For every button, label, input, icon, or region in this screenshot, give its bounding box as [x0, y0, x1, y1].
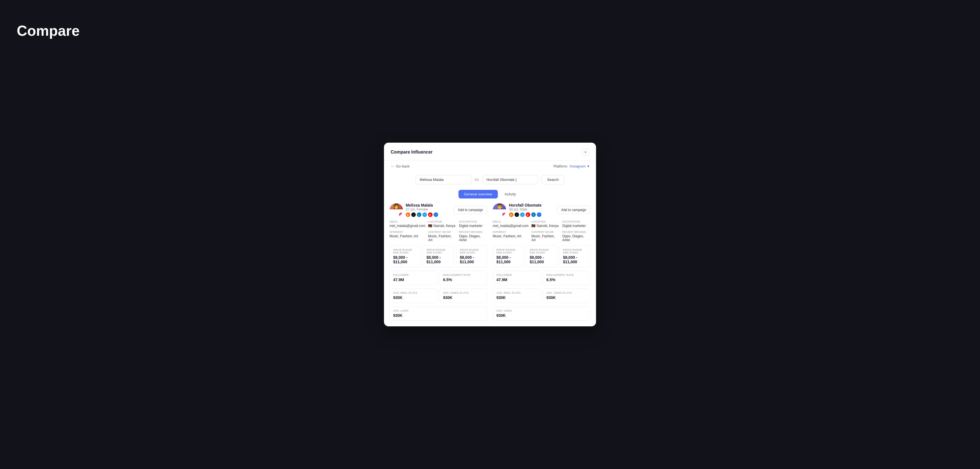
search-button[interactable]: Search: [541, 175, 565, 184]
influencer2-header: 👨 ◯ Horsfall Obomate 30 yrs, Male ▶: [493, 203, 590, 217]
youtube-icon-1[interactable]: ▶: [428, 212, 433, 217]
influencer2-input[interactable]: [482, 175, 538, 184]
influencer2-price-label-1: PRICE RANGE PER STORY: [496, 249, 520, 254]
influencer2-follower-card: FOLLOWER 47.9M: [493, 271, 541, 285]
modal-title: Compare Influencer: [391, 150, 433, 155]
influencer1-info: 👩 ◯ Melissa Malala 27 yrs, Female ▶: [390, 203, 438, 217]
influencer2-price-value-1: $8,000 - $11,000: [496, 255, 520, 264]
influencer2-content-niche-value: Music, Fashion, Art: [531, 234, 560, 242]
tab-activity[interactable]: Activity: [499, 190, 522, 198]
platform-value[interactable]: Instagram: [570, 164, 586, 168]
tab-general-overview[interactable]: General overview: [458, 190, 498, 198]
influencer1-video-card: AVG. VIDEO PLAYS 930K: [439, 289, 487, 303]
influencer2-interest-value: Music, Fashion, Art: [493, 234, 528, 238]
tiktok2-icon-2[interactable]: ♪: [515, 212, 519, 217]
linkedin-icon-1[interactable]: in: [417, 212, 422, 217]
influencer1-name-block: Melissa Malala 27 yrs, Female ▶ ♪ in 𝕏 ▶…: [406, 203, 438, 217]
influencer1-video-value: 930K: [443, 295, 484, 300]
tiktok-icon-2[interactable]: ▶: [509, 212, 514, 217]
influencer2-follower-value: 47.9M: [496, 278, 537, 282]
influencer2-price-value-2: $8,000 - $11,000: [530, 255, 554, 264]
influencer1-content-niche-label: CONTENT NICHE: [428, 231, 456, 233]
influencer2-plays-grid: AVG. REEL PLAYS 930K AVG. VIDEO PLAYS 93…: [493, 289, 590, 303]
influencer2-email-item: EMAIL mel_malala@gmail.com: [493, 220, 528, 228]
influencer1-avatar-img: 👩: [390, 203, 403, 209]
influencer1-price-value-3: $8,000 - $11,000: [460, 255, 484, 264]
influencer2-video-card: AVG. VIDEO PLAYS 930K: [543, 289, 590, 303]
influencer2-video-value: 930K: [546, 295, 587, 300]
influencer1-occupation-label: OCCUPATION: [459, 220, 487, 223]
add-campaign-button-2[interactable]: Add to campaign: [557, 206, 590, 214]
influencer1-price-label-2: PRICE RANGE PER STORY: [426, 249, 450, 254]
twitter-icon-1[interactable]: 𝕏: [422, 212, 427, 217]
influencer2-follower-grid: FOLLOWER 47.9M ENGAGEMENT RATE 6.5%: [493, 271, 590, 285]
influencer2-interest-label: INTEREST: [493, 231, 528, 233]
influencer2-video-label: AVG. VIDEO PLAYS: [546, 292, 587, 294]
influencer1-price-label-3: PRICE RANGE PER STORY: [460, 249, 484, 254]
facebook-icon-2[interactable]: f: [537, 212, 541, 217]
influencer1-follower-card: FOLLOWER 47.9M: [390, 271, 437, 285]
influencer2-column: 👨 ◯ Horsfall Obomate 30 yrs, Male ▶: [493, 203, 590, 321]
influencer2-name: Horsfall Obomate: [509, 203, 542, 207]
influencer1-likes-value: 930K: [393, 313, 484, 318]
influencer2-content-niche-item: CONTENT NICHE Music, Fashion, Art: [531, 231, 560, 242]
influencer1-column: 👩 ◯ Melissa Malala 27 yrs, Female ▶: [390, 203, 487, 321]
tiktok2-icon-1[interactable]: ♪: [411, 212, 416, 217]
influencer1-brands-label: RECENT BRANDS: [459, 231, 487, 233]
influencer2-flag: 🇰🇪: [531, 224, 536, 228]
influencer2-location-item: LOCATION 🇰🇪 Nairobi, Kenya: [531, 220, 560, 228]
influencer1-price-card-2: PRICE RANGE PER STORY $8,000 - $11,000: [423, 246, 454, 267]
influencer2-meta: 30 yrs, Male: [509, 207, 542, 211]
influencer2-price-grid: PRICE RANGE PER STORY $8,000 - $11,000 P…: [493, 246, 590, 267]
influencer2-reel-value: 930K: [496, 295, 537, 300]
twitter-icon-2[interactable]: 𝕏: [520, 212, 525, 217]
facebook-icon-1[interactable]: f: [434, 212, 438, 217]
close-button[interactable]: ×: [582, 148, 589, 156]
influencer1-email-item: EMAIL mel_malala@gmail.com: [390, 220, 425, 228]
influencer1-price-value-2: $8,000 - $11,000: [426, 255, 450, 264]
influencer1-video-label: AVG. VIDEO PLAYS: [443, 292, 484, 294]
influencer1-email-value: mel_malala@gmail.com: [390, 224, 425, 228]
influencer1-avatar: 👩 ◯: [390, 203, 403, 217]
influencer2-occupation-item: OCCUPATION Digital marketer: [562, 220, 590, 228]
influencer2-likes-card: AVG. LIKES 930K: [493, 306, 590, 321]
influencer1-price-card-3: PRICE RANGE PER STORY $8,000 - $11,000: [456, 246, 487, 267]
influencer1-input[interactable]: [415, 175, 471, 184]
influencer2-info-grid: EMAIL mel_malala@gmail.com LOCATION 🇰🇪 N…: [493, 220, 590, 242]
influencer2-email-label: EMAIL: [493, 220, 528, 223]
modal-header: Compare Influencer ×: [384, 143, 596, 161]
influencer2-info: 👨 ◯ Horsfall Obomate 30 yrs, Male ▶: [493, 203, 542, 217]
influencer2-avatar-img: 👨: [493, 203, 506, 209]
platform-chevron-icon[interactable]: ▾: [587, 164, 589, 168]
influencer1-price-card-1: PRICE RANGE PER STORY $8,000 - $11,000: [390, 246, 420, 267]
influencer1-content-niche-item: CONTENT NICHE Music, Fashion, Art: [428, 231, 456, 242]
influencer1-occupation-item: OCCUPATION Digital marketer: [459, 220, 487, 228]
influencer2-content-niche-label: CONTENT NICHE: [531, 231, 560, 233]
influencer2-price-card-2: PRICE RANGE PER STORY $8,000 - $11,000: [526, 246, 557, 267]
youtube-icon-2[interactable]: ▶: [526, 212, 530, 217]
influencer1-price-value-1: $8,000 - $11,000: [393, 255, 417, 264]
tiktok-icon-1[interactable]: ▶: [406, 212, 410, 217]
influencer2-location-value: 🇰🇪 Nairobi, Kenya: [531, 224, 560, 228]
tabs-row: General overview Activity: [384, 188, 596, 203]
influencer1-reel-label: AVG. REEL PLAYS: [393, 292, 434, 294]
modal: Compare Influencer × ← Go back Platform:…: [384, 143, 596, 326]
influencer1-reel-card: AVG. REEL PLAYS 930K: [390, 289, 437, 303]
go-back-button[interactable]: ← Go back: [391, 164, 409, 168]
influencer1-meta: 27 yrs, Female: [406, 207, 438, 211]
vs-label: Vs: [475, 177, 479, 182]
influencer1-social-icons: ▶ ♪ in 𝕏 ▶ f: [406, 212, 438, 217]
influencer1-location-label: LOCATION: [428, 220, 456, 223]
influencer1-price-grid: PRICE RANGE PER STORY $8,000 - $11,000 P…: [390, 246, 487, 267]
influencer2-price-card-3: PRICE RANGE PER STORY $8,000 - $11,000: [560, 246, 590, 267]
influencer2-interest-item: INTEREST Music, Fashion, Art: [493, 231, 528, 242]
influencer1-location-text: Nairobi, Kenya: [433, 224, 455, 228]
linkedin-icon-2[interactable]: in: [531, 212, 536, 217]
add-campaign-button-1[interactable]: Add to campaign: [454, 206, 487, 214]
influencer1-likes-grid: AVG. LIKES 930K: [390, 306, 487, 321]
influencer2-price-card-1: PRICE RANGE PER STORY $8,000 - $11,000: [493, 246, 524, 267]
influencer1-likes-label: AVG. LIKES: [393, 309, 484, 312]
influencer2-price-label-3: PRICE RANGE PER STORY: [563, 249, 587, 254]
influencer2-engagement-label: ENGAGEMENT RATE: [546, 274, 587, 276]
influencer1-brands-value: Oppo, Diageo, Airtel: [459, 234, 487, 242]
